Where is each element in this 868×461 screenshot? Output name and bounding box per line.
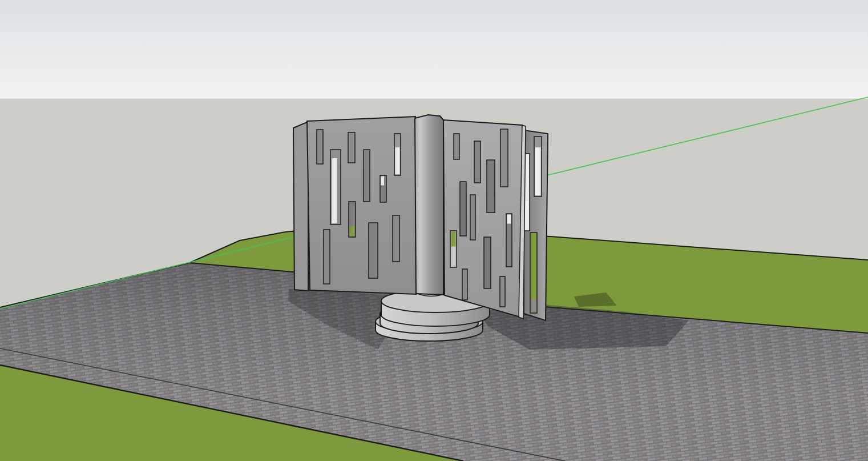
- left-page-slot-7-grass: [350, 226, 355, 236]
- sketchup-viewport[interactable]: [0, 0, 868, 461]
- left-page-slot-9: [369, 223, 378, 278]
- book-spine: [415, 115, 443, 295]
- right-page-slot-7-grass: [451, 232, 456, 247]
- right-page-slot-11: [462, 269, 467, 300]
- right-page-slot-3: [487, 160, 495, 213]
- right-page-slot-10: [500, 276, 505, 307]
- back-right-slot-white-light: [535, 147, 541, 195]
- left-page-slot-1: [317, 130, 323, 164]
- left-page-slot-3: [348, 133, 355, 163]
- sky: [0, 0, 868, 98]
- scene-canvas[interactable]: [0, 0, 868, 461]
- left-page-slot-4: [364, 150, 370, 202]
- right-page-slot-1: [454, 134, 459, 159]
- back-right-slot-grass-gray: [531, 299, 536, 312]
- right-page-slot-2: [474, 141, 481, 183]
- left-page-slot-8: [324, 230, 330, 284]
- left-page-slot-2-light: [332, 158, 337, 223]
- right-page-slot-9-light: [507, 215, 511, 224]
- right-page-slot-4: [500, 129, 508, 187]
- left-page-slot-5-light: [381, 177, 384, 186]
- left-page-slot-6-light: [395, 147, 400, 174]
- right-page-slot-6: [470, 195, 475, 240]
- right-page-slot-8: [484, 237, 491, 288]
- back-left-page: [293, 122, 308, 291]
- right-page-slot-5: [460, 182, 466, 236]
- left-page-slot-10: [393, 215, 399, 262]
